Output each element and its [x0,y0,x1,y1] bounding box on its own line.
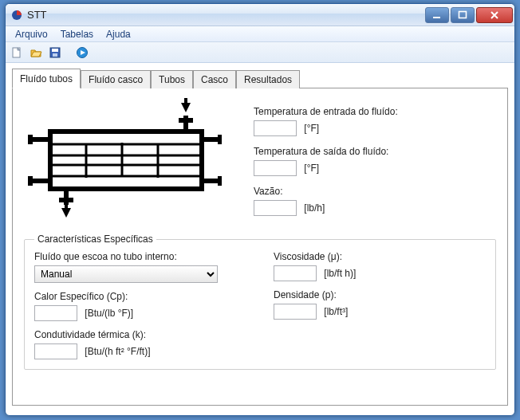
fluido-select[interactable]: Manual [34,265,218,283]
menubar: Arquivo Tabelas Ajuda [6,26,514,42]
svg-rect-5 [52,49,58,52]
visc-unit: [lb/ft h)] [324,268,356,279]
run-icon[interactable] [74,45,90,61]
vazao-label: Vazão: [254,186,498,197]
menu-arquivo[interactable]: Arquivo [9,27,54,41]
group-legend: Características Específicas [34,234,156,245]
visc-label: Viscosidade (μ): [274,251,356,262]
cp-unit: [Btu/(lb °F)] [85,308,133,319]
fluido-label: Fluído que escoa no tubo interno: [34,251,226,262]
app-window: STT Arquivo Tabelas Ajuda F [5,3,515,416]
tab-resultados[interactable]: Resultados [236,70,300,88]
heat-exchanger-diagram [22,98,222,218]
svg-rect-1 [433,17,440,18]
toolbar [6,42,514,63]
tabpage-fluido-tubos: Temperatura de entrada do fluído: [°F] T… [12,88,508,406]
open-folder-icon[interactable] [28,45,44,61]
dens-unit: [lb/ft³] [324,306,348,317]
menu-tabelas[interactable]: Tabelas [54,27,100,41]
tabstrip: Fluído tubos Fluído casco Tubos Casco Re… [12,69,508,88]
caracteristicas-group: Características Específicas Fluído que e… [24,234,496,370]
temp-in-unit: [°F] [304,123,319,134]
tab-tubos[interactable]: Tubos [151,70,193,88]
svg-rect-2 [459,11,467,18]
minimize-button[interactable] [425,7,449,23]
app-icon [10,9,23,22]
window-title: STT [27,9,47,21]
close-button[interactable] [476,7,513,23]
svg-rect-8 [50,131,202,189]
save-icon[interactable] [47,45,63,61]
svg-marker-28 [181,103,191,112]
k-unit: [Btu/(h ft² °F/ft)] [85,346,150,357]
tab-fluido-casco[interactable]: Fluído casco [81,70,151,88]
temp-in-input[interactable] [254,120,297,136]
k-input[interactable] [34,343,77,359]
temp-out-unit: [°F] [304,163,319,174]
maximize-button[interactable] [451,7,475,23]
new-file-icon[interactable] [9,45,25,61]
svg-rect-6 [53,53,57,57]
k-label: Condutividade térmica (k): [34,329,226,340]
dens-input[interactable] [274,304,317,320]
temp-in-label: Temperatura de entrada do fluído: [254,106,498,117]
cp-label: Calor Específico (Cp): [34,291,226,302]
dens-label: Densidade (p): [274,289,356,300]
temp-out-label: Temperatura de saída do fluído: [254,146,498,157]
visc-input[interactable] [274,265,317,281]
tab-casco[interactable]: Casco [193,70,236,88]
vazao-unit: [lb/h] [304,202,325,214]
menu-ajuda[interactable]: Ajuda [100,27,137,41]
tab-fluido-tubos[interactable]: Fluído tubos [12,69,81,88]
content-area: Fluído tubos Fluído casco Tubos Casco Re… [6,63,514,412]
titlebar[interactable]: STT [6,4,514,26]
cp-input[interactable] [34,305,77,321]
temp-out-input[interactable] [254,160,297,176]
vazao-input[interactable] [254,200,297,216]
